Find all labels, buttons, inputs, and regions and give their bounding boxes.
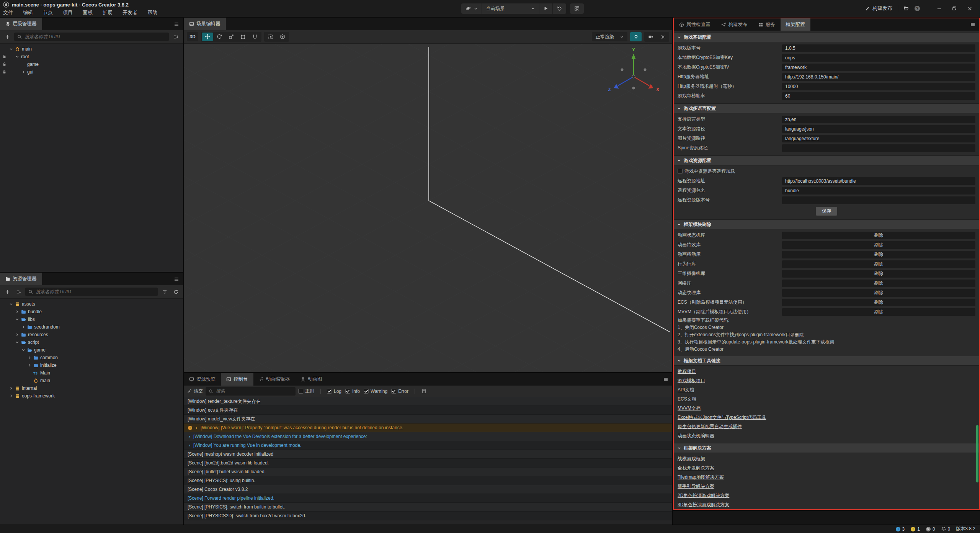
link-原生包热更新配置自动生成插件[interactable]: 原生包热更新配置自动生成插件	[678, 424, 742, 429]
asset-sort-button[interactable]	[14, 288, 23, 296]
log-row[interactable]: [Scene] meshopt wasm decoder initialized	[184, 450, 672, 459]
config-tab-构建发布[interactable]: 构建发布	[716, 18, 753, 31]
console-search-input[interactable]: 搜索	[206, 387, 296, 396]
link-Tiledmap地图解决方案[interactable]: Tiledmap地图解决方案	[678, 474, 724, 480]
filter-Info[interactable]: Info	[345, 389, 360, 394]
scene-node-main[interactable]: main	[0, 45, 183, 53]
link-3D角色扮演游戏解决方案[interactable]: 3D角色扮演游戏解决方案	[678, 502, 729, 507]
lock-icon[interactable]	[2, 54, 7, 59]
log-row[interactable]: [Window] model_view文件夹存在	[184, 415, 672, 423]
chevron-down-icon[interactable]	[15, 55, 19, 59]
remove-button[interactable]: 剔除	[874, 280, 884, 286]
tab-scene-editor[interactable]: 场景编辑器	[184, 18, 226, 30]
lock-icon[interactable]	[2, 62, 7, 66]
config-tab-属性检查器[interactable]: 属性检查器	[674, 18, 716, 31]
filter-正则[interactable]: 正则	[298, 388, 314, 394]
asset-node-internal[interactable]: internal	[0, 384, 183, 392]
section-header-游戏基础配置[interactable]: 游戏基础配置	[674, 32, 979, 42]
save-button[interactable]: 保存	[816, 207, 837, 216]
play-button[interactable]	[539, 3, 552, 14]
build-publish-button[interactable]: 构建发布	[865, 5, 892, 12]
section-header-游戏资源配置[interactable]: 游戏资源配置	[674, 155, 979, 165]
log-row[interactable]: [Scene] [box2d]:box2d wasm lib loaded.	[184, 459, 672, 468]
assets-search-input[interactable]: 搜索名称或 UUID	[25, 288, 158, 296]
scene-node-root[interactable]: root	[0, 53, 183, 60]
console-tab-控制台[interactable]: 控制台	[221, 373, 253, 386]
filter-Error[interactable]: Error	[391, 389, 408, 394]
field-input[interactable]: language/texture	[782, 135, 975, 142]
config-tab-框架配置[interactable]: 框架配置	[781, 18, 810, 31]
scene-viewport[interactable]: Y X Z	[184, 44, 672, 372]
link-教程项目[interactable]: 教程项目	[678, 369, 696, 374]
chevron-right-icon[interactable]	[15, 333, 19, 337]
lighting-toggle[interactable]	[630, 32, 642, 41]
hierarchy-search-input[interactable]: 搜索名称或 UUID	[14, 33, 169, 41]
asset-refresh-button[interactable]	[172, 288, 180, 296]
field-input[interactable]	[782, 144, 975, 152]
remove-button[interactable]: 剔除	[874, 251, 884, 258]
link-新手引导解决方案[interactable]: 新手引导解决方案	[678, 484, 714, 489]
scene-snap-tool[interactable]	[265, 33, 276, 41]
log-row[interactable]: [Scene] [PHYSICS]: switch from builtin t…	[184, 503, 672, 512]
remove-button[interactable]: 剔除	[874, 299, 884, 306]
close-button[interactable]	[965, 6, 975, 11]
asset-node-oops-framework[interactable]: oops-framework	[0, 392, 183, 400]
field-input[interactable]: http://localhost:8083/assets/bundle	[782, 177, 975, 185]
asset-node-resources[interactable]: resources	[0, 331, 183, 338]
remove-button[interactable]: 剔除	[874, 289, 884, 296]
link-API文档[interactable]: API文档	[678, 387, 694, 392]
remove-button[interactable]: 剔除	[874, 232, 884, 239]
asset-node-script[interactable]: script	[0, 338, 183, 346]
console-clear-button[interactable]: 清空	[187, 388, 203, 394]
maximize-button[interactable]	[949, 6, 959, 11]
remove-button[interactable]: 剔除	[874, 261, 884, 267]
config-tab-服务[interactable]: 服务	[753, 18, 781, 31]
field-input[interactable]: 10000	[782, 83, 975, 90]
menu-开发者[interactable]: 开发者	[122, 9, 137, 16]
error-count[interactable]: 0	[926, 526, 935, 532]
chevron-right-icon[interactable]	[15, 310, 19, 314]
tab-hierarchy[interactable]: 层级管理器	[0, 18, 42, 30]
axis-gizmo[interactable]: Y X Z	[605, 47, 662, 98]
panel-menu-icon[interactable]	[970, 22, 975, 27]
chevron-right-icon[interactable]	[9, 394, 13, 398]
scene-cube-tool[interactable]	[277, 33, 288, 41]
field-input[interactable]: oops	[782, 54, 975, 62]
warning-count[interactable]: ! 1	[910, 526, 920, 532]
link-ECS文档[interactable]: ECS文档	[678, 396, 696, 402]
scrollbar-thumb[interactable]	[976, 425, 978, 482]
panel-menu-icon[interactable]	[174, 21, 179, 27]
help-button[interactable]: ?	[914, 5, 920, 11]
asset-node-game[interactable]: game	[0, 346, 183, 354]
menu-帮助[interactable]: 帮助	[147, 9, 157, 16]
console-tab-动画编辑器[interactable]: 动画编辑器	[253, 373, 296, 386]
scene-settings-button[interactable]	[657, 33, 668, 41]
scene-node-game[interactable]: game	[0, 60, 183, 68]
log-row[interactable]: [Scene] Forward render pipeline initiali…	[184, 494, 672, 503]
field-input[interactable]: zh,en	[782, 116, 975, 123]
transform-rotate-tool[interactable]	[214, 33, 225, 41]
tab-assets[interactable]: 资源管理器	[0, 273, 42, 285]
filter-Log[interactable]: Log	[327, 389, 341, 394]
log-row[interactable]: [Window] render_texture文件夹存在	[184, 397, 672, 406]
create-node-button[interactable]	[3, 33, 11, 41]
camera-settings-button[interactable]	[645, 33, 657, 41]
field-input[interactable]: language/json	[782, 125, 975, 133]
asset-node-common[interactable]: common	[0, 354, 183, 361]
chevron-right-icon[interactable]	[28, 356, 31, 360]
asset-node-assets[interactable]: assets	[0, 300, 183, 308]
preview-qr-button[interactable]	[570, 3, 584, 14]
hierarchy-sort-button[interactable]	[172, 33, 180, 41]
asset-node-initialize[interactable]: initialize	[0, 361, 183, 369]
link-全栈开发解决方案[interactable]: 全栈开发解决方案	[678, 465, 714, 471]
asset-node-seedrandom[interactable]: seedrandom	[0, 323, 183, 331]
link-游戏模板项目[interactable]: 游戏模板项目	[678, 378, 705, 383]
open-project-folder-button[interactable]	[903, 6, 909, 11]
render-mode-select[interactable]: 正常渲染	[592, 32, 627, 41]
chevron-down-icon[interactable]	[21, 348, 25, 352]
section-header-框架解决方案[interactable]: 框架解决方案	[674, 443, 979, 453]
menu-编辑[interactable]: 编辑	[23, 9, 33, 16]
expand-icon[interactable]	[188, 435, 191, 438]
field-input[interactable]	[782, 196, 975, 204]
log-row[interactable]: [Scene] [PHYSICS2D]: switch from box2d-w…	[184, 512, 672, 520]
